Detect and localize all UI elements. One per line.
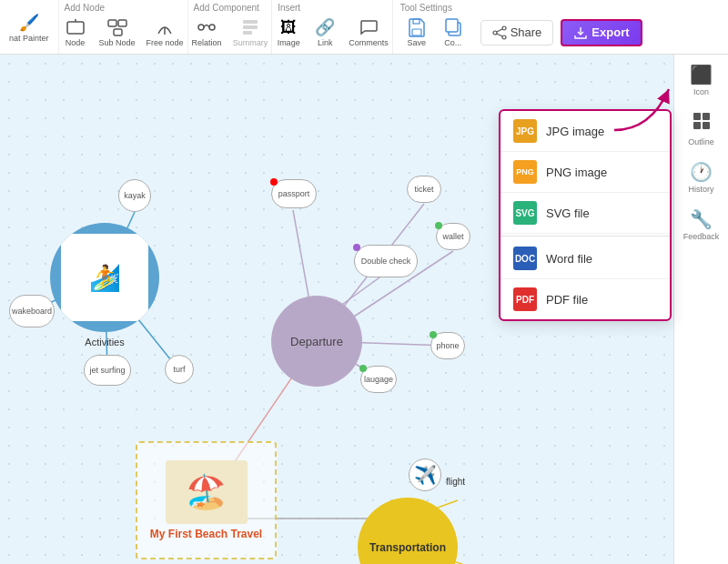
- wallet-node[interactable]: wallet: [436, 223, 470, 250]
- export-pdf-item[interactable]: PDF PDF file: [500, 279, 670, 319]
- svg-rect-2: [108, 20, 116, 26]
- export-button[interactable]: Export: [561, 19, 642, 46]
- node-button[interactable]: Node: [59, 15, 92, 49]
- svg-rect-8: [243, 20, 258, 24]
- svg-point-17: [502, 35, 506, 39]
- jet-surfing-node[interactable]: jet surfing: [84, 355, 131, 386]
- format-painter-icon: 🖌️: [19, 13, 39, 33]
- svg-rect-35: [693, 113, 701, 120]
- svg-rect-10: [243, 31, 252, 35]
- transportation-node[interactable]: Transportation: [358, 498, 458, 564]
- svg-point-15: [502, 26, 506, 30]
- format-painter-label: nat Painter: [9, 34, 49, 43]
- free-node-label: Free node: [147, 38, 184, 47]
- laugage-indicator: [359, 365, 367, 372]
- export-png-item[interactable]: PNG PNG image: [500, 152, 670, 193]
- add-component-section: Add Component Relation Summary: [188, 0, 273, 54]
- departure-node[interactable]: Departure: [271, 296, 362, 387]
- icon-tool-label: Icon: [693, 87, 709, 96]
- travel-node[interactable]: 🏖️ My First Beach Travel: [136, 441, 277, 559]
- comments-icon: [359, 17, 379, 37]
- sub-node-label: Sub Node: [99, 38, 136, 47]
- summary-button[interactable]: Summary: [229, 15, 272, 49]
- format-painter-section: 🖌️ nat Painter: [0, 0, 59, 54]
- svg-point-7: [209, 25, 215, 30]
- link-label: Link: [318, 38, 333, 47]
- passport-node[interactable]: passport: [271, 179, 317, 208]
- summary-icon: [240, 17, 260, 37]
- canvas-area[interactable]: 🏄 Activities kayak wakeboard jet surfing…: [0, 55, 728, 564]
- svg-rect-38: [703, 122, 710, 129]
- link-icon: 🔗: [315, 17, 335, 37]
- ticket-node[interactable]: ticket: [407, 176, 441, 203]
- pdf-label: PDF file: [546, 293, 588, 307]
- share-icon: [492, 25, 507, 40]
- svg-icon: SVG: [513, 201, 537, 225]
- export-jpg-item[interactable]: JPG JPG image: [500, 111, 670, 152]
- save-button[interactable]: Save: [400, 15, 433, 49]
- dropdown-divider: [500, 236, 670, 237]
- wakeboard-node[interactable]: wakeboard: [9, 295, 55, 327]
- free-node-button[interactable]: Free node: [143, 15, 187, 49]
- flight-label: flight: [446, 477, 465, 487]
- free-node-icon: [155, 17, 175, 37]
- feedback-icon: 🔧: [690, 208, 713, 230]
- svg-rect-36: [703, 113, 710, 120]
- jpg-label: JPG image: [546, 125, 604, 138]
- feedback-label: Feedback: [683, 232, 720, 241]
- svg-point-6: [198, 25, 204, 30]
- sidebar-feedback-item[interactable]: 🔧 Feedback: [683, 208, 720, 241]
- toolbar: 🖌️ nat Painter Add Node Node Sub Node: [0, 0, 728, 55]
- add-component-label: Add Component: [188, 0, 272, 15]
- double-check-indicator: [353, 244, 360, 251]
- tool-settings-label: Tool Settings: [393, 0, 728, 15]
- sidebar-history-item[interactable]: 🕐 History: [688, 161, 713, 194]
- sub-node-button[interactable]: Sub Node: [96, 15, 139, 49]
- summary-label: Summary: [233, 38, 268, 47]
- kayak-node[interactable]: kayak: [118, 179, 151, 212]
- flight-node[interactable]: ✈️: [409, 458, 441, 491]
- activities-image: 🏄: [61, 234, 148, 321]
- activities-label: Activities: [76, 337, 134, 347]
- export-svg-item[interactable]: SVG SVG file: [500, 193, 670, 234]
- image-button[interactable]: 🖼 Image: [272, 15, 305, 49]
- word-label: Word file: [546, 252, 592, 266]
- copy-label: Co...: [444, 38, 461, 47]
- jpg-icon: JPG: [513, 119, 537, 143]
- export-icon: [573, 25, 588, 40]
- travel-label: My First Beach Travel: [150, 528, 262, 540]
- save-icon: [407, 17, 427, 37]
- export-word-item[interactable]: DOC Word file: [500, 238, 670, 279]
- png-label: PNG image: [546, 166, 607, 179]
- icon-tool-icon: ⬛: [690, 64, 713, 86]
- svg-rect-9: [243, 25, 258, 29]
- sidebar-icon-item[interactable]: ⬛ Icon: [690, 64, 713, 96]
- link-button[interactable]: 🔗 Link: [308, 15, 341, 49]
- svg-rect-3: [118, 20, 126, 26]
- comments-button[interactable]: Comments: [345, 15, 392, 49]
- share-button[interactable]: Share: [480, 20, 554, 45]
- format-painter-button[interactable]: 🖌️ nat Painter: [5, 11, 53, 45]
- svg-rect-0: [67, 22, 84, 34]
- copy-button[interactable]: Co...: [437, 15, 470, 49]
- right-sidebar: ⬛ Icon Outline 🕐 History 🔧 Feedback: [673, 55, 728, 564]
- phone-indicator: [430, 331, 437, 338]
- laugage-node[interactable]: laugage: [360, 366, 397, 393]
- phone-node[interactable]: phone: [430, 332, 465, 359]
- svg-line-18: [496, 29, 501, 32]
- sidebar-outline-item[interactable]: Outline: [688, 111, 714, 146]
- add-node-label: Add Node: [59, 0, 187, 15]
- pdf-icon: PDF: [513, 287, 537, 311]
- add-node-section: Add Node Node Sub Node Free node: [59, 0, 188, 54]
- activities-node[interactable]: 🏄: [50, 223, 159, 332]
- double-check-node[interactable]: Double check: [354, 245, 418, 277]
- image-icon: 🖼: [278, 17, 298, 37]
- node-label: Node: [66, 38, 86, 47]
- outline-label: Outline: [688, 137, 714, 146]
- save-label: Save: [407, 38, 426, 47]
- relation-button[interactable]: Relation: [188, 15, 226, 49]
- history-icon: 🕐: [690, 161, 713, 183]
- turf-node[interactable]: turf: [165, 355, 194, 384]
- svg-point-16: [493, 31, 497, 35]
- outline-icon: [692, 111, 712, 136]
